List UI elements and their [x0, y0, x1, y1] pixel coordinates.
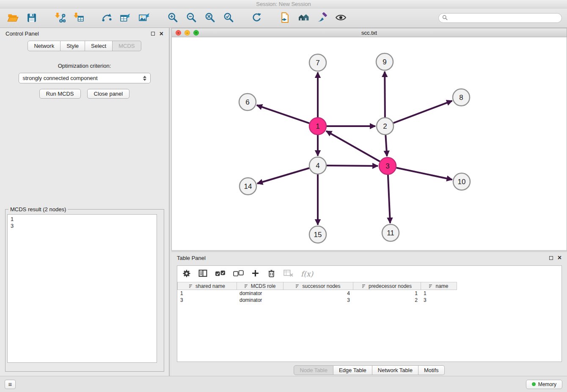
edge-4-14[interactable] [257, 168, 309, 184]
tab-network-table[interactable]: Network Table [372, 365, 418, 375]
column-sort-icon [296, 284, 300, 288]
search-input[interactable] [450, 15, 558, 21]
node-3[interactable]: 3 [379, 157, 396, 174]
search-box[interactable] [438, 13, 562, 23]
close-table-panel-icon[interactable]: × [558, 254, 561, 261]
tab-node-table[interactable]: Node Table [294, 365, 333, 375]
column-header[interactable]: MCDS role [237, 282, 284, 290]
zoom-out-button[interactable] [183, 10, 199, 26]
float-table-panel-icon[interactable] [549, 256, 553, 260]
svg-text:8: 8 [459, 94, 463, 102]
hamburger-icon: ≡ [8, 381, 12, 388]
select-all-columns-button[interactable] [215, 270, 226, 278]
close-panel-icon[interactable]: × [160, 30, 163, 37]
svg-text:14: 14 [244, 182, 252, 190]
table-row[interactable]: 1dominator411 [177, 290, 561, 297]
edge-2-9[interactable] [385, 72, 385, 117]
tab-motifs[interactable]: Motifs [418, 365, 445, 375]
run-mcds-button[interactable]: Run MCDS [39, 89, 81, 99]
clone-network-button[interactable] [277, 10, 293, 26]
save-session-button[interactable] [24, 10, 39, 26]
result-item[interactable]: 1 [11, 216, 154, 223]
zoom-selected-button[interactable] [220, 10, 236, 26]
window-titlebar[interactable]: Session: New Session [0, 0, 567, 8]
create-column-button[interactable] [251, 269, 259, 279]
node-14[interactable]: 14 [239, 178, 256, 195]
criterion-selected-value: strongly connected component [23, 75, 98, 81]
function-builder-button[interactable]: f(x) [301, 270, 313, 278]
column-header[interactable]: predecessor nodes [353, 282, 421, 290]
memory-button-label: Memory [538, 381, 556, 387]
trash-icon [267, 273, 276, 279]
export-image-button[interactable] [136, 10, 152, 26]
node-8[interactable]: 8 [453, 89, 470, 106]
close-panel-button[interactable]: Close panel [87, 89, 130, 99]
zoom-selected-icon [223, 12, 234, 24]
column-sort-icon [429, 284, 433, 288]
node-10[interactable]: 10 [453, 173, 470, 190]
node-7[interactable]: 7 [309, 54, 326, 71]
table-cell: 3 [421, 297, 457, 304]
node-11[interactable]: 11 [382, 224, 399, 241]
show-hide-button[interactable] [333, 10, 349, 26]
import-network-button[interactable] [52, 10, 68, 26]
node-6[interactable]: 6 [239, 94, 256, 110]
node-15[interactable]: 15 [309, 226, 326, 243]
export-network-button[interactable] [99, 10, 115, 26]
table-row[interactable]: 3dominator323 [177, 297, 561, 304]
tab-style[interactable]: Style [61, 41, 85, 51]
svg-text:2: 2 [383, 122, 387, 130]
import-table-button[interactable] [71, 10, 86, 26]
tab-select[interactable]: Select [85, 41, 113, 51]
tab-network[interactable]: Network [28, 41, 61, 51]
node-2[interactable]: 2 [377, 118, 394, 135]
column-header-label: predecessor nodes [369, 283, 412, 289]
node-1[interactable]: 1 [309, 118, 326, 135]
node-4[interactable]: 4 [309, 157, 326, 174]
memory-button[interactable]: Memory [526, 380, 562, 389]
close-window-icon[interactable]: × [176, 30, 181, 36]
delete-table-button[interactable] [284, 269, 293, 279]
table-cell: 1 [421, 290, 457, 297]
show-columns-button[interactable] [198, 269, 207, 279]
edge-4-3[interactable] [327, 166, 378, 166]
edge-3-1[interactable] [326, 131, 380, 161]
network-window-titlebar[interactable]: scc.txt × − + [172, 28, 567, 37]
svg-text:11: 11 [387, 229, 394, 237]
edge-3-11[interactable] [388, 175, 390, 223]
mcds-result-list[interactable]: 13 [7, 214, 157, 363]
apply-layout-button[interactable] [249, 10, 264, 26]
home-networks-button[interactable] [296, 10, 311, 26]
svg-text:10: 10 [458, 178, 466, 186]
tab-edge-table[interactable]: Edge Table [333, 365, 372, 375]
memory-status-dot-icon [532, 382, 536, 386]
network-canvas[interactable]: 1234678910111415 [172, 37, 567, 250]
result-item[interactable]: 3 [11, 223, 154, 229]
column-header[interactable]: successor nodes [284, 282, 353, 290]
column-header[interactable]: shared name [178, 282, 237, 290]
maximize-window-icon[interactable]: + [193, 30, 199, 36]
table-settings-button[interactable] [182, 269, 191, 279]
tab-mcds[interactable]: MCDS [113, 41, 141, 51]
node-9[interactable]: 9 [376, 53, 393, 70]
edge-2-8[interactable] [394, 101, 452, 123]
network-view-window: scc.txt × − + 1234678910111415 [171, 28, 567, 251]
task-history-button[interactable]: ≡ [5, 380, 16, 389]
zoom-fit-button[interactable] [202, 10, 217, 26]
export-table-button[interactable] [118, 10, 133, 26]
open-file-button[interactable] [5, 10, 21, 26]
delete-column-button[interactable] [267, 269, 276, 279]
edge-3-10[interactable] [396, 168, 452, 179]
unselect-all-columns-button[interactable] [233, 270, 244, 278]
zoom-in-button[interactable] [165, 10, 180, 26]
zoom-out-icon [186, 12, 197, 24]
svg-text:6: 6 [245, 98, 249, 106]
column-header[interactable]: name [421, 282, 457, 290]
apply-style-button[interactable] [314, 10, 330, 26]
columns-icon [198, 273, 207, 279]
edge-2-3[interactable] [385, 135, 387, 156]
minimize-window-icon[interactable]: − [184, 30, 190, 36]
float-panel-icon[interactable] [151, 32, 155, 36]
criterion-select[interactable]: strongly connected component [19, 73, 151, 83]
edge-1-6[interactable] [257, 105, 309, 124]
